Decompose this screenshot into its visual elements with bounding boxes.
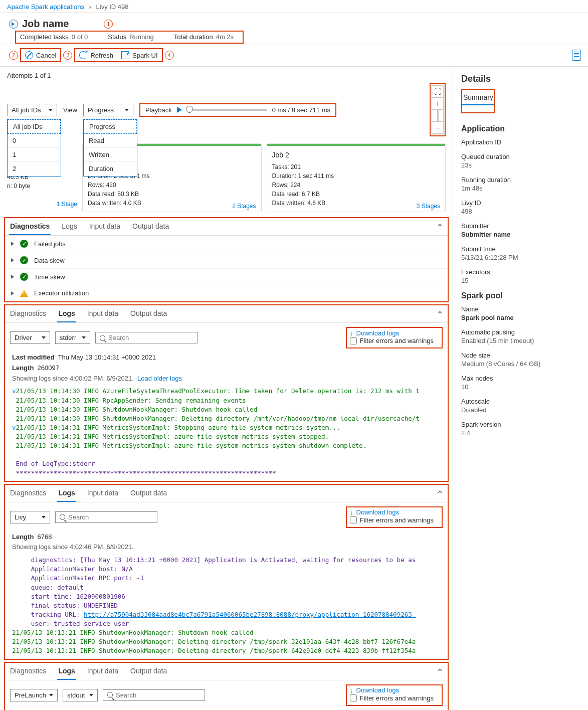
tab-diagnostics[interactable]: Diagnostics [9, 663, 47, 680]
sparkui-label: Spark UI [132, 52, 158, 59]
tab-input-data[interactable]: Input data [86, 305, 119, 322]
details-key: Running duration [461, 176, 580, 184]
load-older-logs-link[interactable]: Load older logs [137, 375, 182, 382]
job-run-icon [9, 20, 18, 29]
details-value: 2.4 [461, 429, 580, 437]
log-search-input[interactable] [55, 511, 157, 523]
length-label: Length [12, 533, 34, 541]
log-search-input[interactable] [103, 689, 205, 701]
collapse-icon[interactable]: ⌃ [436, 309, 444, 320]
job-stages-link[interactable]: 2 Stages [232, 203, 256, 210]
details-item: Automatic pausingEnabled (15 min timeout… [461, 328, 580, 344]
download-logs-link[interactable]: ↓ Download logs [350, 686, 439, 694]
log-search-field[interactable] [68, 513, 153, 521]
details-item: Spark version2.4 [461, 421, 580, 437]
log-search-field[interactable] [108, 334, 193, 341]
last-modified-value: Thu May 13 10:14:31 +0000 2021 [58, 353, 156, 361]
document-icon[interactable] [572, 50, 581, 61]
diagnostic-row[interactable]: Executor utilization [5, 285, 448, 301]
details-value: 498 [461, 208, 580, 215]
tab-input-data[interactable]: Input data [88, 218, 121, 235]
jobids-option[interactable]: 0 [8, 134, 61, 148]
collapse-icon[interactable]: ⌃ [436, 667, 444, 678]
tab-logs[interactable]: Logs [57, 663, 76, 680]
breadcrumb-root[interactable]: Apache Spark applications [7, 3, 84, 11]
tab-diagnostics[interactable]: Diagnostics [9, 485, 47, 502]
tab-logs[interactable]: Logs [61, 218, 78, 235]
filter-errors-checkbox[interactable] [350, 516, 357, 523]
filter-errors-checkbox[interactable] [350, 694, 357, 701]
tab-input-data[interactable]: Input data [86, 485, 119, 502]
details-sparkpool-header: Spark pool [461, 291, 580, 300]
download-logs-label: Download logs [356, 686, 399, 694]
zoom-slider[interactable] [432, 110, 443, 122]
playback-slider[interactable] [187, 109, 267, 111]
log-stream-dropdown[interactable]: stderr [55, 331, 90, 344]
jobids-option[interactable]: All job IDs [8, 119, 61, 134]
job-card[interactable]: Job 2 Tasks: 201 Duration: 1 sec 411 ms … [267, 143, 446, 212]
download-logs-link[interactable]: ↓ Download logs [350, 508, 439, 516]
progress-option[interactable]: Duration [84, 162, 137, 176]
controls-row: All job IDs All job IDs 0 1 2 View Progr… [0, 82, 453, 140]
zoom-in-button[interactable]: + [432, 98, 443, 110]
collapse-icon[interactable]: ⌃ [436, 489, 444, 500]
progress-dropdown[interactable]: Progress [83, 104, 133, 116]
jobids-option[interactable]: 2 [8, 162, 61, 176]
details-key: Spark version [461, 421, 580, 428]
progress-option[interactable]: Written [84, 148, 137, 162]
diagnostic-row[interactable]: ✓Time skew [5, 269, 448, 285]
filter-errors-checkbox[interactable] [350, 337, 357, 344]
log-body: diagnostics: [Thu May 13 10:13:21 +0000 … [5, 553, 448, 658]
tracking-url-link[interactable]: http://a75904ad33084aad8e4bc7a6791a54060… [84, 611, 416, 618]
tab-output-data[interactable]: Output data [129, 305, 168, 322]
zoom-out-button[interactable]: − [432, 122, 443, 134]
zoom-fit-button[interactable]: ⛶ [432, 86, 443, 98]
jobids-option[interactable]: 1 [8, 148, 61, 162]
diagnostic-row[interactable]: ✓Failed jobs [5, 236, 448, 252]
cancel-icon [25, 51, 33, 59]
total-duration-label: Total duration [174, 33, 213, 41]
tab-diagnostics[interactable]: Diagnostics [9, 305, 47, 322]
job-stages-link[interactable]: 3 Stages [417, 203, 440, 210]
slider-thumb[interactable] [186, 106, 193, 113]
download-icon: ↓ [350, 329, 353, 337]
job-line: Rows: 420 [88, 181, 256, 190]
chevron-down-icon [42, 516, 46, 518]
tab-input-data[interactable]: Input data [86, 663, 119, 680]
sparkui-button[interactable]: Spark UI [117, 49, 162, 61]
collapse-icon[interactable]: ⌃ [436, 222, 444, 233]
log-source-dropdown[interactable]: PreLaunch [10, 689, 58, 701]
details-key: Name [461, 305, 580, 313]
showing-since: Showing logs since 4:00:02 PM, 6/9/2021. [12, 375, 134, 382]
log-source-dropdown[interactable]: Livy [10, 511, 50, 523]
last-modified-label: Last modified [12, 353, 55, 361]
log-source-dropdown[interactable]: Driver [10, 331, 50, 344]
progress-option[interactable]: Read [84, 134, 137, 148]
log-stream-dropdown[interactable]: stdout [63, 689, 98, 701]
status-ok-icon: ✓ [20, 256, 28, 264]
details-value: 1m 48s [461, 185, 580, 192]
diagnostic-row[interactable]: ✓Data skew [5, 252, 448, 269]
download-logs-link[interactable]: ↓ Download logs [350, 329, 439, 337]
annotation-4: 4 [165, 51, 174, 60]
partial-footer[interactable]: 1 Stage [7, 200, 77, 209]
details-key: Autoscale [461, 398, 580, 405]
tab-output-data[interactable]: Output data [129, 485, 168, 502]
log-search-field[interactable] [116, 691, 201, 699]
tab-diagnostics[interactable]: Diagnostics [9, 218, 51, 235]
cancel-button[interactable]: Cancel [21, 49, 60, 61]
download-icon: ↓ [350, 508, 353, 516]
refresh-button[interactable]: Refresh [75, 49, 117, 61]
details-key: Submitter [461, 222, 580, 230]
job-line: Data written: 4.0 KB [88, 199, 256, 208]
tab-output-data[interactable]: Output data [131, 218, 170, 235]
jobids-dropdown[interactable]: All job IDs [7, 104, 57, 116]
progress-option[interactable]: Progress [84, 119, 137, 134]
play-icon[interactable] [177, 107, 182, 113]
filter-errors-label: Filter errors and warnings [360, 694, 434, 702]
tab-logs[interactable]: Logs [57, 485, 76, 502]
tab-logs[interactable]: Logs [57, 305, 76, 322]
tab-output-data[interactable]: Output data [129, 663, 168, 680]
log-search-input[interactable] [95, 332, 198, 343]
details-summary-tab[interactable]: Summary [462, 90, 494, 105]
